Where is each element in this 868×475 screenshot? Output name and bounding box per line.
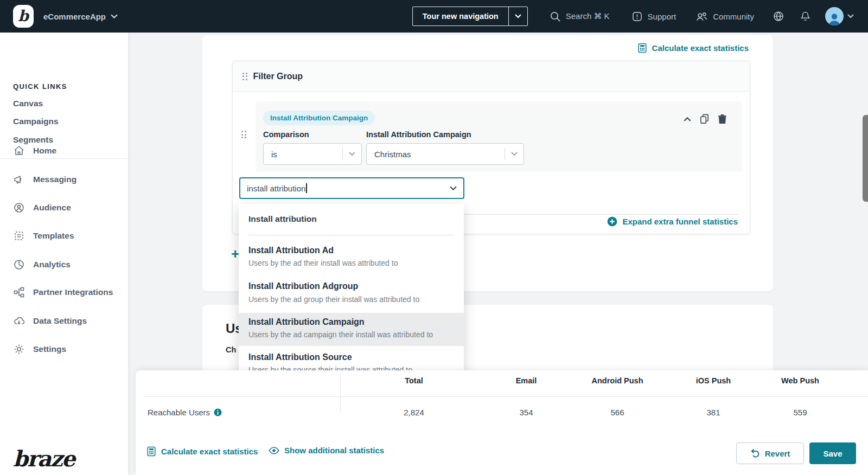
- show-additional-statistics-link[interactable]: Show additional statistics: [269, 446, 384, 455]
- table-column-divider: [340, 373, 341, 413]
- campaign-value-select[interactable]: Christmas: [366, 143, 524, 165]
- value-ios-push: 381: [706, 408, 720, 417]
- expand-extra-funnel-statistics-label: Expand extra funnel statistics: [622, 217, 738, 226]
- tour-new-navigation-button[interactable]: Tour new navigation: [412, 7, 528, 26]
- dropdown-item-description[interactable]: Users by the ad group their install was …: [248, 295, 419, 304]
- audience-icon: [13, 202, 25, 214]
- community-icon: [695, 11, 708, 22]
- dropdown-group-header: Install attribution: [248, 214, 317, 224]
- collapse-button[interactable]: [684, 117, 691, 121]
- integrations-icon: [13, 286, 25, 298]
- filter-row: Install Attribution Campaign Comparison …: [256, 101, 742, 172]
- global-search[interactable]: Search ⌘ K: [550, 11, 610, 22]
- chevron-up-icon: [684, 117, 691, 121]
- filter-row-actions: [684, 113, 727, 124]
- nav-label: Data Settings: [33, 316, 87, 326]
- vertical-scrollbar-thumb[interactable]: [863, 115, 868, 202]
- calculate-exact-statistics-label: Calculate exact statistics: [652, 43, 749, 53]
- user-menu[interactable]: [825, 7, 854, 25]
- tour-button-chevron[interactable]: [508, 7, 527, 25]
- megaphone-icon: [13, 174, 25, 185]
- chevron-down-icon: [515, 14, 521, 18]
- field-label: Install Attribution Campaign: [366, 130, 471, 139]
- templates-icon: [13, 230, 25, 242]
- dropdown-item-install-attribution-campaign[interactable]: Install Attribution Campaign: [248, 317, 365, 327]
- save-button[interactable]: Save: [809, 442, 856, 464]
- sidebar-item-partner-integrations[interactable]: Partner Integrations: [13, 286, 113, 298]
- notifications[interactable]: [800, 10, 811, 22]
- column-header-email: Email: [516, 376, 537, 385]
- sidebar-item-messaging[interactable]: Messaging: [13, 174, 76, 185]
- app-name: eCommerceApp: [43, 12, 106, 21]
- dropdown-item-install-attribution-source[interactable]: Install Attribution Source: [248, 352, 352, 362]
- comparison-select[interactable]: is: [263, 143, 362, 165]
- revert-label: Revert: [765, 449, 790, 458]
- sidebar-divider: [0, 158, 128, 159]
- dropdown-item-description[interactable]: Users by the ad their install was attrib…: [248, 259, 398, 267]
- sidebar-item-canvas[interactable]: Canvas: [13, 99, 43, 108]
- plus-circle-icon: [607, 216, 617, 227]
- campaign-value: Christmas: [367, 150, 505, 159]
- table-row-divider: [143, 396, 868, 397]
- sidebar-item-templates[interactable]: Templates: [13, 230, 74, 242]
- pie-chart-icon: [13, 259, 25, 271]
- duplicate-button[interactable]: [699, 113, 710, 124]
- nav-label: Audience: [33, 203, 71, 213]
- dropdown-divider: [248, 235, 454, 235]
- sidebar-item-settings[interactable]: Settings: [13, 343, 66, 355]
- calculator-icon: [146, 446, 156, 457]
- braze-wordmark-logo: braze: [13, 446, 74, 471]
- sidebar-item-data-settings[interactable]: Data Settings: [13, 315, 87, 327]
- nav-label: Home: [33, 146, 56, 156]
- show-additional-statistics-label: Show additional statistics: [284, 446, 384, 455]
- bell-icon: [800, 10, 811, 22]
- nav-label: Templates: [33, 231, 74, 241]
- text-cursor: [306, 183, 307, 193]
- value-email: 354: [519, 408, 533, 417]
- add-filter-button[interactable]: +: [231, 248, 239, 260]
- chevron-down-icon: [511, 152, 518, 156]
- calculator-icon: [637, 42, 647, 54]
- support-link[interactable]: Support: [631, 11, 676, 22]
- column-header-total: Total: [405, 376, 423, 385]
- gear-icon: [13, 343, 25, 355]
- dropdown-item-install-attribution-adgroup[interactable]: Install Attribution Adgroup: [248, 281, 358, 291]
- cloud-download-icon: [13, 315, 25, 327]
- avatar[interactable]: [825, 7, 844, 25]
- calculate-exact-statistics-link-top[interactable]: Calculate exact statistics: [637, 42, 749, 54]
- nav-label: Partner Integrations: [33, 287, 113, 297]
- eye-icon: [269, 446, 279, 455]
- sidebar-item-analytics[interactable]: Analytics: [13, 259, 71, 271]
- quick-links-title: QUICK LINKS: [13, 82, 67, 91]
- comparison-label: Comparison: [263, 130, 309, 139]
- dropdown-item-description[interactable]: Users by the ad campaign their install w…: [248, 330, 433, 339]
- column-header-android-push: Android Push: [591, 376, 643, 385]
- sidebar-item-campaigns[interactable]: Campaigns: [13, 117, 59, 126]
- undo-icon: [750, 448, 760, 458]
- row-drag-handle-icon[interactable]: [241, 131, 246, 138]
- revert-button[interactable]: Revert: [736, 442, 804, 464]
- sidebar-item-segments[interactable]: Segments: [13, 135, 53, 145]
- language-selector[interactable]: [773, 10, 784, 22]
- community-link[interactable]: Community: [695, 11, 754, 22]
- home-icon: [13, 145, 25, 157]
- info-icon[interactable]: [214, 408, 222, 416]
- delete-button[interactable]: [718, 114, 727, 124]
- chevron-down-icon: [349, 152, 355, 156]
- covered-section-label: Ch: [226, 345, 236, 354]
- expand-extra-funnel-statistics-link[interactable]: Expand extra funnel statistics: [607, 216, 738, 227]
- sidebar-item-audience[interactable]: Audience: [13, 202, 71, 214]
- column-header-ios-push: iOS Push: [696, 376, 731, 385]
- chevron-down-icon: [111, 14, 118, 19]
- app-switcher[interactable]: eCommerceApp: [34, 12, 118, 21]
- braze-app-logo[interactable]: b: [13, 5, 34, 28]
- sidebar: QUICK LINKS Canvas Campaigns Segments Ho…: [0, 33, 128, 475]
- sidebar-item-home[interactable]: Home: [13, 145, 56, 157]
- column-header-web-push: Web Push: [781, 376, 819, 385]
- drag-handle-icon[interactable]: [242, 73, 247, 80]
- filter-search-input[interactable]: install attribution: [239, 177, 464, 199]
- filter-type-chip: Install Attribution Campaign: [263, 111, 375, 125]
- comparison-value: is: [264, 150, 342, 159]
- dropdown-item-install-attribution-ad[interactable]: Install Attribution Ad: [248, 246, 334, 255]
- calculate-exact-statistics-link-footer[interactable]: Calculate exact statistics: [146, 446, 258, 457]
